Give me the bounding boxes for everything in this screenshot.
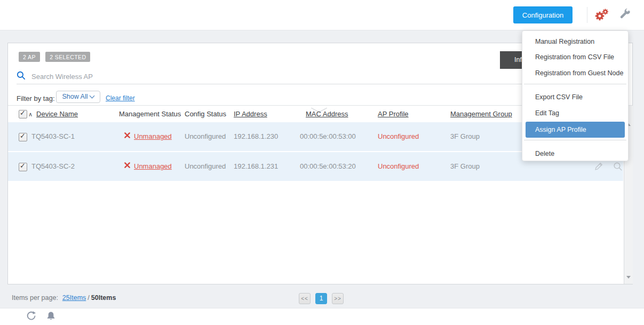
menu-item-export-csv-file[interactable]: Export CSV File	[522, 91, 628, 103]
next-page-button[interactable]: >>	[332, 293, 344, 304]
header-device-name-label[interactable]: Device Name	[36, 110, 78, 118]
cell-ip-address: 192.168.1.230	[234, 122, 278, 151]
unmanaged-x-icon	[124, 122, 130, 150]
checkmark-icon: ✓	[20, 162, 26, 170]
menu-item-assign-ap-profile[interactable]: Assign AP Profile	[526, 122, 625, 138]
header-ap-profile[interactable]: AP Profile	[378, 106, 409, 122]
selected-count-badge: 2 SELECTED	[45, 52, 90, 62]
cell-ap-profile: Unconfigured	[378, 152, 419, 181]
count-badges: 2 AP 2 SELECTED	[19, 52, 93, 62]
row-checkbox[interactable]: ✓	[19, 133, 27, 141]
select-all-checkbox[interactable]: ✓	[19, 110, 27, 118]
unmanaged-link[interactable]: Unmanaged	[134, 162, 172, 170]
cell-management-group: 3F Group	[450, 152, 480, 181]
footer-bar	[0, 308, 644, 325]
cell-management-status: Unmanaged	[124, 152, 172, 181]
cell-device-name: TQ5403-SC-2	[31, 152, 75, 181]
topbar-divider	[587, 7, 587, 23]
menu-divider	[524, 140, 626, 140]
cell-device-name: TQ5403-SC-1	[31, 122, 75, 151]
header-config-status: Config Status	[185, 106, 226, 122]
screen: Configuration	[0, 0, 644, 325]
header-management-status: Management Status	[119, 106, 181, 122]
checkmark-icon: ✓	[20, 109, 26, 117]
current-page-button[interactable]: 1	[315, 293, 327, 304]
menu-item-registration-from-csv-file[interactable]: Registration from CSV File	[522, 51, 628, 63]
items-per-page: Items per page:25Items/50Items	[12, 294, 116, 302]
menu-item-edit-tag[interactable]: Edit Tag	[522, 107, 628, 119]
unmanaged-link[interactable]: Unmanaged	[134, 132, 172, 140]
header-management-group[interactable]: Management Group	[450, 106, 512, 122]
ap-count-badge: 2 AP	[19, 52, 40, 62]
filter-by-tag-label: Filter by tag:	[17, 92, 55, 105]
sort-asc-icon: ∧	[28, 106, 33, 123]
tools-wrench-icon[interactable]	[618, 8, 631, 21]
menu-item-delete[interactable]: Delete	[522, 148, 628, 160]
previous-page-button[interactable]: <<	[299, 293, 311, 304]
configuration-button[interactable]: Configuration	[513, 6, 573, 23]
menu-item-registration-from-guest-node[interactable]: Registration from Guest Node	[522, 67, 628, 79]
cell-config-status: Unconfigured	[185, 152, 226, 181]
chevron-down-icon	[90, 93, 95, 99]
tag-filter-dropdown[interactable]: Show All	[56, 91, 100, 103]
header-ip-address[interactable]: IP Address	[234, 106, 267, 122]
refresh-icon[interactable]	[26, 311, 37, 322]
header-device-name[interactable]: ∧Device Name	[28, 106, 78, 122]
cell-ip-address: 192.168.1.231	[234, 152, 278, 181]
cell-ap-profile: Unconfigured	[378, 122, 419, 151]
items-per-page-label: Items per page:	[12, 294, 58, 302]
top-bar: Configuration	[0, 0, 644, 30]
separator: /	[88, 294, 89, 302]
row-checkbox[interactable]: ✓	[19, 163, 27, 171]
scroll-down-icon[interactable]	[626, 276, 631, 279]
page-size-link[interactable]: 25Items	[62, 294, 86, 302]
menu-divider	[524, 84, 626, 84]
cell-config-status: Unconfigured	[185, 122, 226, 151]
menu-item-manual-registration[interactable]: Manual Registration	[522, 36, 628, 47]
search-icon	[17, 71, 26, 82]
inspect-magnifier-icon[interactable]	[613, 162, 623, 173]
cell-mac-address: 00:00:5e:00:53:20	[300, 152, 356, 181]
cell-mac-address: 00:00:5e:00:53:00	[300, 122, 356, 151]
notifications-bell-icon[interactable]	[45, 311, 57, 322]
settings-gears-icon[interactable]	[594, 8, 609, 22]
edit-pencil-icon[interactable]	[594, 161, 604, 173]
checkmark-icon: ✓	[20, 132, 26, 140]
tag-filter-value: Show All	[62, 93, 88, 100]
cell-management-group: 3F Group	[450, 122, 480, 151]
header-mac-address[interactable]: MAC Address	[306, 106, 348, 122]
total-items-label: 50Items	[91, 294, 116, 302]
configuration-dropdown-menu: Manual Registration Registration from CS…	[522, 30, 629, 161]
cell-management-status: Unmanaged	[124, 122, 172, 151]
clear-filter-link[interactable]: Clear filter	[106, 92, 135, 105]
unmanaged-x-icon	[124, 152, 130, 180]
